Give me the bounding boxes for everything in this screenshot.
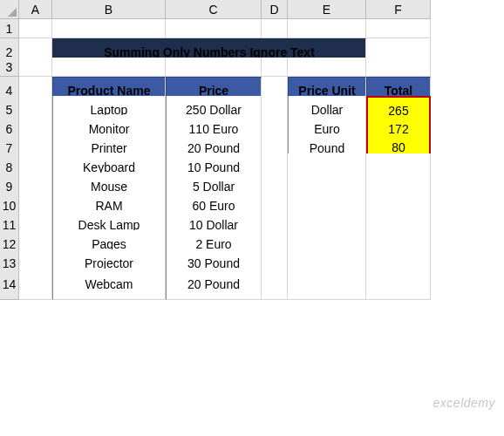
column-header-C[interactable]: C [166,0,262,19]
cell-D14[interactable] [262,269,288,300]
row-header-14[interactable]: 14 [0,269,19,300]
column-header-B[interactable]: B [52,0,166,19]
cell-C3[interactable] [166,58,262,77]
select-all-corner[interactable] [0,0,19,19]
column-header-F[interactable]: F [366,0,431,19]
column-header-E[interactable]: E [288,0,366,19]
cell-D3[interactable] [262,58,288,77]
cell-B3[interactable] [52,58,166,77]
cell-A1[interactable] [19,19,52,38]
cell-C1[interactable] [166,19,262,38]
cell-E1[interactable] [288,19,366,38]
cell-F3[interactable] [366,58,431,77]
spreadsheet-grid[interactable]: ABCDEF12Summing Only Numbers Ignore Text… [0,0,504,288]
cell-A14[interactable] [19,269,52,300]
cell-F1[interactable] [366,19,431,38]
price-cell[interactable]: 20 Pound [166,269,262,300]
cell-F14[interactable] [366,269,431,300]
cell-D1[interactable] [262,19,288,38]
cell-B1[interactable] [52,19,166,38]
product-name-cell[interactable]: Webcam [52,269,166,300]
cell-A3[interactable] [19,58,52,77]
watermark-text: exceldemy [433,396,495,410]
column-header-A[interactable]: A [19,0,52,19]
row-header-1[interactable]: 1 [0,19,19,38]
row-header-3[interactable]: 3 [0,58,19,77]
cell-E3[interactable] [288,58,366,77]
column-header-D[interactable]: D [262,0,288,19]
cell-E14[interactable] [288,269,366,300]
